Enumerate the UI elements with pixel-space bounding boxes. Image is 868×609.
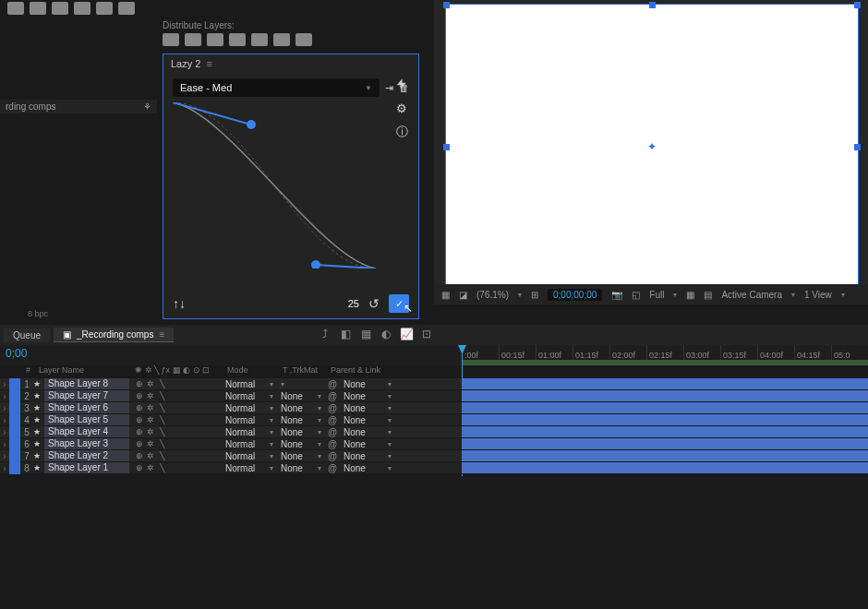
swap-icon[interactable]: ↑↓ <box>173 296 186 311</box>
roi-icon[interactable]: ◱ <box>632 290 640 300</box>
layer-row[interactable]: ›8★Shape Layer 1⊕✲╲Normal▾None▾@None▾ <box>0 462 462 474</box>
gear-icon[interactable]: ⚙ <box>394 101 409 115</box>
expand-icon[interactable]: › <box>0 427 9 437</box>
lazy-panel-title[interactable]: Lazy 2 ≡ <box>163 54 418 73</box>
distribute-icon[interactable] <box>207 33 223 46</box>
reset-icon[interactable]: ↺ <box>368 296 380 311</box>
layer-bar[interactable] <box>462 390 868 402</box>
parent-dropdown[interactable]: None▾ <box>340 391 395 401</box>
blend-mode[interactable]: Normal▾ <box>222 427 277 437</box>
blend-mode[interactable]: Normal▾ <box>222 379 277 389</box>
layer-switches[interactable]: ⊕✲╲ <box>129 463 222 472</box>
layer-switches[interactable]: ⊕✲╲ <box>129 415 222 424</box>
layer-row[interactable]: ›7★Shape Layer 2⊕✲╲Normal▾None▾@None▾ <box>0 450 462 462</box>
track-matte[interactable]: None▾ <box>277 439 325 449</box>
pickwhip-icon[interactable]: @ <box>325 439 340 449</box>
layer-name[interactable]: Shape Layer 7 <box>44 390 129 401</box>
grid-icon[interactable]: ▦ <box>686 290 694 300</box>
shy-icon[interactable]: ⤴ <box>318 327 332 341</box>
layer-bar[interactable] <box>462 438 868 450</box>
label-color[interactable] <box>9 414 20 426</box>
graph-icon[interactable]: 📈 <box>399 327 414 341</box>
blend-mode[interactable]: Normal▾ <box>222 415 277 425</box>
curve-editor[interactable] <box>173 102 376 269</box>
menu-icon[interactable]: ≡ <box>159 329 164 340</box>
preset-dropdown[interactable]: Ease - Med ▼ <box>173 78 380 97</box>
blend-mode[interactable]: Normal▾ <box>222 451 277 461</box>
flowchart-icon[interactable]: ⚘ <box>143 102 151 112</box>
work-area[interactable] <box>462 360 868 365</box>
blend-mode[interactable]: Normal▾ <box>222 391 277 401</box>
current-time[interactable]: 0;00 <box>0 345 32 365</box>
layer-switches[interactable]: ⊕✲╲ <box>129 379 222 388</box>
project-item[interactable]: rding comps ⚘ <box>0 100 157 113</box>
pickwhip-icon[interactable]: @ <box>325 379 340 389</box>
expand-icon[interactable]: › <box>0 391 9 401</box>
zoom-value[interactable]: (76.1%) <box>476 290 509 300</box>
expand-icon[interactable]: › <box>0 451 9 461</box>
layer-name[interactable]: Shape Layer 3 <box>44 438 129 449</box>
track-matte[interactable]: None▾ <box>277 415 325 425</box>
parent-dropdown[interactable]: None▾ <box>340 415 395 425</box>
layer-bar[interactable] <box>462 414 868 426</box>
pickwhip-icon[interactable]: @ <box>325 427 340 437</box>
import-icon[interactable]: ⇥ <box>385 82 393 94</box>
distribute-icon[interactable] <box>295 33 312 46</box>
distribute-icon[interactable] <box>163 33 179 46</box>
layer-row[interactable]: ›1★Shape Layer 8⊕✲╲Normal▾▾@None▾ <box>0 378 462 390</box>
track-matte[interactable]: ▾ <box>277 380 325 388</box>
track-matte[interactable]: None▾ <box>277 451 325 461</box>
menu-icon[interactable]: ≡ <box>206 58 211 69</box>
layer-row[interactable]: ›6★Shape Layer 3⊕✲╲Normal▾None▾@None▾ <box>0 438 462 450</box>
views-dropdown[interactable]: 1 View <box>804 290 832 300</box>
layer-row[interactable]: ›4★Shape Layer 5⊕✲╲Normal▾None▾@None▾ <box>0 414 462 426</box>
distribute-icon[interactable] <box>229 33 246 46</box>
layer-row[interactable]: ›3★Shape Layer 6⊕✲╲Normal▾None▾@None▾ <box>0 402 462 414</box>
distribute-icon[interactable] <box>251 33 268 46</box>
bpc-label[interactable]: 8 bpc <box>28 309 48 318</box>
label-color[interactable] <box>9 462 20 474</box>
canvas[interactable]: ✦ <box>445 4 859 290</box>
label-color[interactable] <box>9 378 20 390</box>
tab-recording-comps[interactable]: ▣ _Recording comps ≡ <box>54 328 174 342</box>
track-matte[interactable]: None▾ <box>277 427 325 437</box>
blend-mode[interactable]: Normal▾ <box>222 439 277 449</box>
layer-name[interactable]: Shape Layer 8 <box>44 378 129 389</box>
layer-row[interactable]: ›5★Shape Layer 4⊕✲╲Normal▾None▾@None▾ <box>0 426 462 438</box>
motion-blur-icon[interactable]: ◐ <box>379 327 393 341</box>
expand-icon[interactable]: › <box>0 439 9 449</box>
layer-switches[interactable]: ⊕✲╲ <box>129 439 222 448</box>
align-icon[interactable] <box>96 2 113 15</box>
label-color[interactable] <box>9 390 20 402</box>
align-icon[interactable] <box>52 2 68 15</box>
label-color[interactable] <box>9 426 20 438</box>
tab-queue[interactable]: Queue <box>4 328 50 342</box>
layer-name[interactable]: Shape Layer 2 <box>44 450 129 461</box>
align-icon[interactable] <box>118 2 135 15</box>
layer-row[interactable]: ›2★Shape Layer 7⊕✲╲Normal▾None▾@None▾ <box>0 390 462 402</box>
expand-icon[interactable]: › <box>0 415 9 425</box>
layer-bar[interactable] <box>462 462 868 474</box>
value-field[interactable]: 25 <box>348 298 359 309</box>
resolution-dropdown[interactable]: Full <box>649 290 664 300</box>
align-icon[interactable] <box>74 2 90 15</box>
track-matte[interactable]: None▾ <box>277 391 325 401</box>
expand-icon[interactable]: › <box>0 379 9 389</box>
label-color[interactable] <box>9 402 20 414</box>
mask-icon[interactable]: ▦ <box>441 290 450 300</box>
layer-bar[interactable] <box>462 402 868 414</box>
3d-icon[interactable]: ◪ <box>459 290 467 300</box>
camera-dropdown[interactable]: Active Camera <box>721 290 782 300</box>
layer-bar[interactable] <box>462 426 868 438</box>
layer-switches[interactable]: ⊕✲╲ <box>129 427 222 436</box>
parent-dropdown[interactable]: None▾ <box>340 463 395 473</box>
layer-bar[interactable] <box>462 450 868 462</box>
draft3d-icon[interactable]: ◧ <box>338 327 353 341</box>
parent-dropdown[interactable]: None▾ <box>340 379 395 389</box>
layer-name[interactable]: Shape Layer 4 <box>44 426 129 437</box>
frame-blend-icon[interactable]: ▦ <box>358 327 373 341</box>
parent-dropdown[interactable]: None▾ <box>340 439 395 449</box>
parent-dropdown[interactable]: None▾ <box>340 451 395 461</box>
layer-switches[interactable]: ⊕✲╲ <box>129 391 222 400</box>
track-matte[interactable]: None▾ <box>277 463 325 473</box>
